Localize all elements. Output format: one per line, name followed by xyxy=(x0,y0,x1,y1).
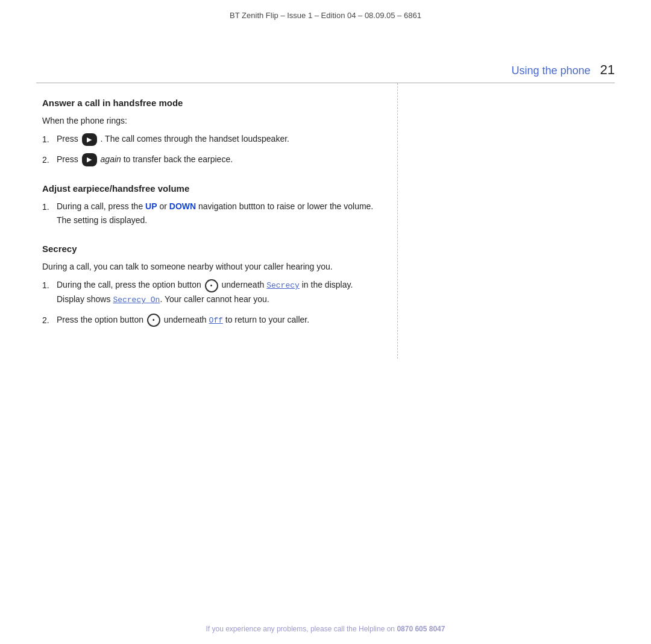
list-number-s2: 2. xyxy=(42,313,57,327)
section-title: Using the phone xyxy=(511,65,590,77)
display-secrecy-on: Secrecy On xyxy=(113,295,160,305)
page-header: BT Zenith Flip – Issue 1 – Edition 04 – … xyxy=(0,0,651,26)
play-button-icon-2: ▶ xyxy=(82,153,97,166)
volume-list: 1. During a call, press the UP or DOWN n… xyxy=(42,200,379,227)
option-button-icon-2 xyxy=(147,314,160,327)
display-off: Off xyxy=(209,316,223,325)
section-header-row: Using the phone 21 xyxy=(36,62,615,83)
page-number: 21 xyxy=(600,62,615,78)
down-label: DOWN xyxy=(169,201,196,211)
handsfree-section: Answer a call in handsfree mode When the… xyxy=(42,98,379,166)
list-item: 1. Press ▶ . The call comes through the … xyxy=(42,132,379,146)
list-item: 2. Press the option button underneath Of… xyxy=(42,313,379,327)
list-content-1: Press ▶ . The call comes through the han… xyxy=(57,132,379,146)
list-item: 1. During the call, press the option but… xyxy=(42,278,379,307)
list-content-s2: Press the option button underneath Off t… xyxy=(57,313,379,327)
list-content-v1: During a call, press the UP or DOWN navi… xyxy=(57,200,379,227)
list-number-1: 1. xyxy=(42,132,57,146)
footer-text: If you experience any problems, please c… xyxy=(206,625,395,633)
list-content-2: Press ▶ again to transfer back the earpi… xyxy=(57,153,379,166)
display-secrecy: Secrecy xyxy=(266,281,300,290)
handsfree-intro: When the phone rings: xyxy=(42,114,379,127)
document-title: BT Zenith Flip – Issue 1 – Edition 04 – … xyxy=(230,11,421,20)
volume-section: Adjust earpiece/handsfree volume 1. Duri… xyxy=(42,183,379,227)
left-column: Answer a call in handsfree mode When the… xyxy=(36,83,398,359)
list-content-s1: During the call, press the option button… xyxy=(57,278,379,307)
handsfree-heading: Answer a call in handsfree mode xyxy=(42,98,379,108)
volume-heading: Adjust earpiece/handsfree volume xyxy=(42,183,379,194)
play-button-icon: ▶ xyxy=(82,133,97,147)
secrecy-list: 1. During the call, press the option but… xyxy=(42,278,379,327)
footer-phone: 0870 605 8047 xyxy=(397,625,445,633)
handsfree-list: 1. Press ▶ . The call comes through the … xyxy=(42,132,379,166)
secrecy-intro: During a call, you can talk to someone n… xyxy=(42,260,379,273)
list-item: 2. Press ▶ again to transfer back the ea… xyxy=(42,153,379,166)
up-label: UP xyxy=(145,201,157,211)
horizontal-rule xyxy=(36,83,615,83)
content-area: Answer a call in handsfree mode When the… xyxy=(36,83,615,359)
list-number-s1: 1. xyxy=(42,278,57,292)
header-rule-area: Using the phone 21 xyxy=(36,62,615,83)
right-column xyxy=(398,83,615,359)
secrecy-section: Secrecy During a call, you can talk to s… xyxy=(42,244,379,327)
list-number-v1: 1. xyxy=(42,200,57,213)
secrecy-heading: Secrecy xyxy=(42,244,379,254)
italic-again: again xyxy=(101,154,121,164)
list-item: 1. During a call, press the UP or DOWN n… xyxy=(42,200,379,227)
option-button-icon-1 xyxy=(205,279,218,292)
list-number-2: 2. xyxy=(42,153,57,166)
footer: If you experience any problems, please c… xyxy=(0,625,651,633)
